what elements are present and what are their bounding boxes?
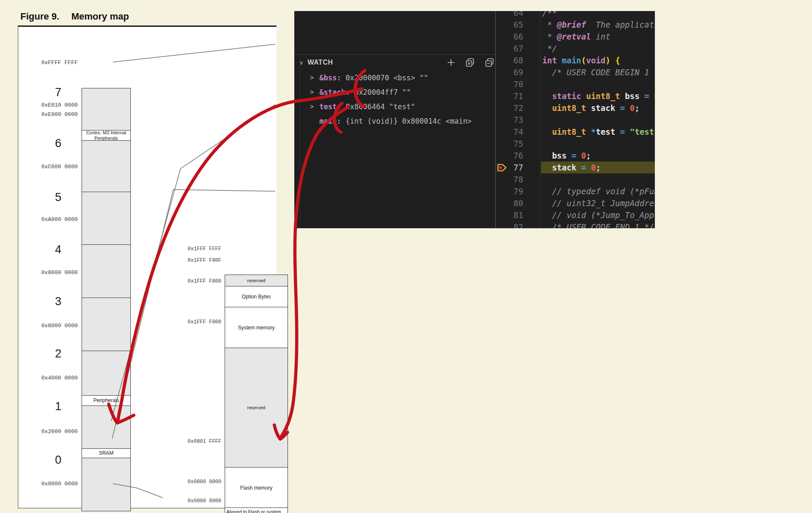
detail-region-reserved-top: reserved — [225, 275, 288, 286]
watch-title: WATCH — [307, 59, 333, 66]
code-line-65[interactable]: 65 * @brief The application entry point. — [496, 19, 655, 31]
detail-address-label: 0x1FFF F800 — [167, 278, 221, 284]
watch-item-main[interactable]: main: {int (void)} 0x800014c <main> — [294, 115, 494, 128]
collapse-all-icon[interactable] — [485, 58, 495, 67]
detail-address-label: 0x0000 0000 — [167, 498, 221, 504]
region-peripherals: Peripherals — [82, 395, 130, 406]
watch-item-bss[interactable]: >&bss: 0x20000070 <bss> "" — [294, 71, 494, 84]
line-number[interactable]: 72 — [496, 102, 523, 114]
address-label: 0x0000 0000 — [31, 481, 78, 487]
region-label: System memory — [238, 325, 275, 331]
address-label: 0xE010 0000 — [31, 102, 78, 108]
debugger-panel: ∨ WATCH >&bss: 0x20000070 <bss> "">&stac… — [294, 11, 655, 228]
code-text: * @retval int — [542, 31, 610, 43]
watch-item-value: {int (void)} 0x800014c <main> — [346, 115, 472, 128]
line-number[interactable]: 64 — [496, 11, 523, 19]
code-line-74[interactable]: 74 uint8_t *test = "test"; — [496, 126, 655, 138]
watch-section-header[interactable]: ∨ WATCH — [299, 59, 333, 66]
line-number[interactable]: 65 — [496, 19, 523, 31]
code-text: // void (*Jump_To_Application)(); — [542, 209, 655, 221]
address-label: 0x2000 0000 — [31, 428, 78, 435]
expand-chevron-icon[interactable]: > — [310, 86, 314, 99]
watch-item-value: 0x20004ff7 "" — [354, 86, 411, 99]
watch-item-stack[interactable]: >&stack: 0x20004ff7 "" — [294, 86, 494, 99]
address-label: 0x6000 0000 — [31, 323, 78, 329]
region-label: Option Bytes — [242, 294, 271, 300]
block-number: 2 — [49, 347, 68, 360]
code-text: static uint8_t bss = 0; — [542, 90, 655, 102]
debug-current-line-breakpoint-icon[interactable] — [497, 163, 508, 172]
code-line-68[interactable]: 68int main(void) { — [496, 54, 655, 66]
chevron-down-icon[interactable]: ∨ — [299, 60, 304, 66]
code-text: * @brief The application entry point. — [542, 19, 655, 31]
code-line-75[interactable]: 75 — [496, 138, 655, 150]
line-number[interactable]: 82 — [496, 221, 523, 228]
line-number[interactable]: 70 — [496, 78, 523, 90]
code-line-64[interactable]: 64/** — [496, 11, 655, 19]
code-text: stack = 0; — [542, 162, 601, 173]
code-line-81[interactable]: 81 // void (*Jump_To_Application)(); — [496, 209, 655, 221]
line-number[interactable]: 79 — [496, 185, 523, 197]
line-number[interactable]: 75 — [496, 138, 523, 150]
add-expression-icon[interactable] — [446, 58, 456, 67]
line-number[interactable]: 69 — [496, 66, 523, 78]
code-text: uint8_t *test = "test"; — [542, 126, 655, 138]
aliased-note: Aliased to Flash or system memory depend… — [225, 507, 288, 513]
line-number[interactable]: 81 — [496, 209, 523, 221]
code-text: uint8_t stack = 0; — [542, 102, 640, 114]
code-line-82[interactable]: 82 /* USER CODE END 1 */ — [496, 221, 655, 228]
block-number: 4 — [49, 243, 68, 256]
expand-chevron-icon[interactable]: > — [310, 71, 314, 84]
detail-address-label: 0x1FFF F000 — [167, 319, 221, 325]
screenshot-root: Figure 9. Memory map Cortex- M3 Internal… — [0, 0, 812, 513]
watch-item-name: main: — [319, 115, 345, 128]
line-number[interactable]: 67 — [496, 43, 523, 54]
code-line-76[interactable]: 76 bss = 0; — [496, 150, 655, 162]
code-editor[interactable]: 64/**65 * @brief The application entry p… — [495, 11, 655, 228]
region-label: reserved — [247, 278, 265, 283]
expand-chevron-icon[interactable]: > — [310, 100, 314, 113]
code-line-67[interactable]: 67 */ — [496, 43, 655, 54]
region-label: Peripherals — [93, 398, 119, 403]
code-line-79[interactable]: 79 // typedef void (*pFunction)(void); — [496, 185, 655, 197]
watch-toolbar — [446, 58, 495, 67]
address-label: 0xC000 0000 — [31, 164, 78, 170]
line-number[interactable]: 71 — [496, 90, 523, 102]
watch-item-name: test: — [319, 100, 345, 113]
memory-map-figure: Cortex- M3 Internal Peripherals Peripher… — [18, 26, 276, 508]
region-label: reserved — [247, 405, 265, 410]
region-sram: SRAM — [82, 448, 130, 458]
code-line-71[interactable]: 71 static uint8_t bss = 0; — [496, 90, 655, 102]
line-number[interactable]: 66 — [496, 31, 523, 43]
detail-address-label: 0x0801 FFFF — [167, 439, 221, 445]
detail-region-reserved: reserved — [225, 348, 288, 468]
code-text: // uint32_t JumpAddress; — [542, 197, 655, 209]
code-text: bss = 0; — [542, 150, 591, 162]
code-line-72[interactable]: 72 uint8_t stack = 0; — [496, 102, 655, 114]
code-line-73[interactable]: 73 — [496, 114, 655, 126]
remove-all-expressions-icon[interactable] — [465, 58, 475, 67]
code-text: /** — [542, 11, 557, 19]
line-number[interactable]: 76 — [496, 150, 523, 162]
aliased-note-line: Aliased to Flash or system — [226, 509, 286, 513]
code-text: /* USER CODE BEGIN 1 */ — [542, 66, 655, 78]
line-number[interactable]: 80 — [496, 197, 523, 209]
code-line-69[interactable]: 69 /* USER CODE BEGIN 1 */ — [496, 66, 655, 78]
memory-map-main-column: Cortex- M3 Internal Peripherals Peripher… — [82, 88, 131, 511]
code-line-66[interactable]: 66 * @retval int — [496, 31, 655, 43]
line-number[interactable]: 68 — [496, 54, 523, 66]
code-line-78[interactable]: 78 — [496, 173, 655, 185]
block-divider — [82, 192, 130, 192]
code-line-70[interactable]: 70 — [496, 78, 655, 90]
region-label: SRAM — [99, 451, 114, 456]
flash-detail-column: reserved Option Bytes System memory rese… — [225, 275, 288, 513]
watch-item-test[interactable]: >test: 0x8006464 "test" — [294, 100, 494, 113]
line-number[interactable]: 78 — [496, 173, 523, 185]
figure-title: Memory map — [71, 11, 129, 22]
code-line-77[interactable]: 77 stack = 0; — [496, 162, 655, 173]
block-number: 1 — [49, 400, 68, 413]
region-cortex-m3-peripherals: Cortex- M3 Internal Peripherals — [82, 130, 130, 141]
line-number[interactable]: 74 — [496, 126, 523, 138]
line-number[interactable]: 73 — [496, 114, 523, 126]
code-line-80[interactable]: 80 // uint32_t JumpAddress; — [496, 197, 655, 209]
